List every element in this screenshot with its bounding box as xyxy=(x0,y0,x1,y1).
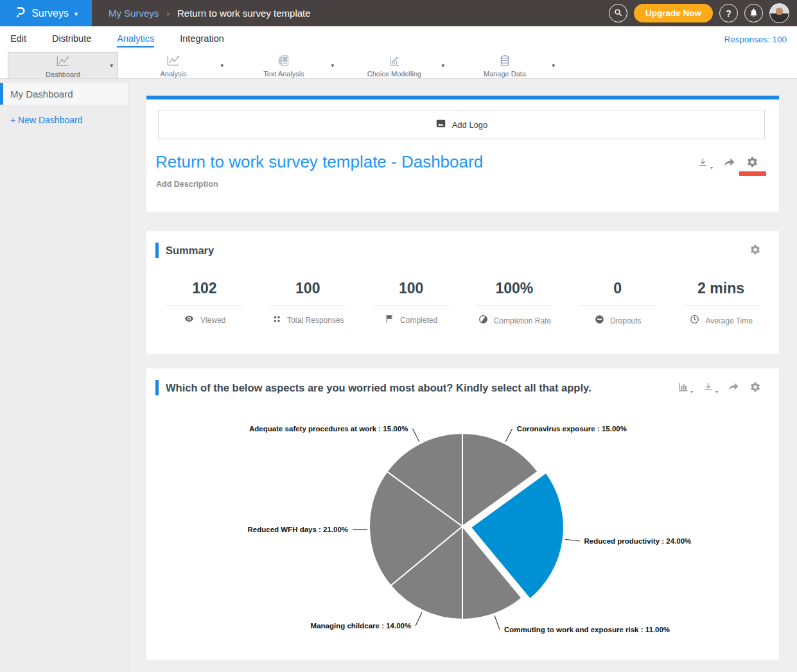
card-accent-bar xyxy=(155,243,159,258)
title-row: Return to work survey template - Dashboa… xyxy=(155,152,767,172)
chevron-down-icon: ▾ xyxy=(710,165,713,171)
sidebar-item-my-dashboard[interactable]: My Dashboard xyxy=(0,83,128,105)
add-logo-label: Add Logo xyxy=(452,120,488,130)
stat-divider xyxy=(269,306,346,306)
stat-completed: 100 Completed xyxy=(360,280,463,327)
gear-icon xyxy=(746,159,758,170)
product-switcher[interactable]: Surveys ▼ xyxy=(0,0,92,26)
breadcrumb-my-surveys[interactable]: My Surveys xyxy=(109,8,159,19)
download-button[interactable]: ▾ xyxy=(703,381,718,395)
stat-divider xyxy=(683,306,760,306)
question-title: Which of the below aspects are you worri… xyxy=(166,382,591,394)
stat-divider xyxy=(166,306,243,306)
stat-total-responses: 100 Total Responses xyxy=(256,280,360,327)
breadcrumb-current: Return to work survey template xyxy=(177,8,311,19)
app-window: Surveys ▼ My Surveys › Return to work su… xyxy=(0,0,797,672)
nav-item-analytics[interactable]: Analytics xyxy=(117,31,154,47)
scatter-chart-icon xyxy=(388,55,401,69)
share-button[interactable] xyxy=(728,381,740,395)
download-icon xyxy=(703,381,714,395)
line-chart-icon xyxy=(166,55,181,69)
nav-item-edit[interactable]: Edit xyxy=(10,31,26,47)
share-button[interactable] xyxy=(723,156,736,171)
pie-slice-label: Coronavirus exposure : 15.00% xyxy=(517,425,627,433)
summary-card-header: Summary xyxy=(146,231,779,258)
pie-chart: Coronavirus exposure : 15.00%Reduced pro… xyxy=(146,399,779,657)
summary-card: Summary 102 Viewed 100 xyxy=(146,231,779,354)
main-area: My Dashboard + New Dashboard Add Logo Re… xyxy=(0,79,797,672)
summary-stats: 102 Viewed 100 Total Responses 100 Compl… xyxy=(146,258,779,354)
toolbar-item-choice-modelling: Choice Modelling ▾ xyxy=(339,52,450,78)
dashboard-sidebar: My Dashboard + New Dashboard xyxy=(0,79,128,672)
pie-leader-line xyxy=(495,616,500,630)
stat-completion-rate: 100% Completion Rate xyxy=(462,280,566,327)
gear-highlight-bar xyxy=(739,171,766,176)
primary-nav: EditDistributeAnalyticsIntegration xyxy=(10,31,224,47)
product-label: Surveys xyxy=(31,8,69,19)
upgrade-now-button[interactable]: Upgrade Now xyxy=(634,4,713,22)
pie-leader-line xyxy=(412,429,419,442)
dashboard-content: Add Logo Return to work survey template … xyxy=(128,79,797,672)
dashboard-title[interactable]: Return to work survey template - Dashboa… xyxy=(155,152,483,172)
download-icon xyxy=(697,157,709,171)
gear-icon xyxy=(749,381,761,395)
chevron-down-icon[interactable]: ▾ xyxy=(331,62,334,69)
chevron-down-icon[interactable]: ▾ xyxy=(110,62,113,69)
nav-item-distribute[interactable]: Distribute xyxy=(52,31,91,47)
search-icon xyxy=(613,8,623,19)
summary-settings-button[interactable] xyxy=(749,244,761,257)
search-button[interactable] xyxy=(609,4,627,22)
help-button[interactable]: ? xyxy=(719,4,738,22)
survey-nav: EditDistributeAnalyticsIntegration Respo… xyxy=(0,26,797,52)
toolbar-item-text-analysis: Text Analysis ▾ xyxy=(229,52,339,78)
flag-icon xyxy=(385,314,395,327)
chevron-down-icon[interactable]: ▾ xyxy=(552,62,555,69)
topbar: Surveys ▼ My Surveys › Return to work su… xyxy=(0,0,797,26)
stat-divider xyxy=(372,306,450,306)
question-card-header: Which of the below aspects are you worri… xyxy=(146,368,779,395)
dashboard-actions: ▾ xyxy=(697,152,758,171)
toolbar-item-dashboard: Dashboard ▾ xyxy=(8,52,118,78)
line-chart-icon xyxy=(55,55,71,70)
topbar-actions: Upgrade Now ? xyxy=(609,3,797,23)
chevron-down-icon: ▼ xyxy=(73,11,79,17)
user-avatar[interactable] xyxy=(769,3,789,23)
toolbar-item-analysis: Analysis ▾ xyxy=(118,52,229,78)
chevron-down-icon[interactable]: ▾ xyxy=(220,62,223,69)
stat-divider xyxy=(476,306,553,306)
stat-average-time: 2 mins Average Time xyxy=(669,280,773,327)
responses-count: Responses: 100 xyxy=(724,35,787,44)
pie-slice-label: Reduced WFH days : 21.00% xyxy=(248,526,349,533)
share-icon xyxy=(728,381,740,395)
add-logo-button[interactable]: Add Logo xyxy=(158,110,765,139)
new-dashboard-button[interactable]: + New Dashboard xyxy=(10,115,128,125)
pie-slice-label: Adequate safety procedures at work : 15.… xyxy=(249,425,408,433)
database-icon xyxy=(498,55,511,69)
add-description-button[interactable]: Add Description xyxy=(156,180,767,189)
dashboard-settings-button[interactable] xyxy=(746,156,758,171)
download-button[interactable]: ▾ xyxy=(697,157,713,171)
eye-icon xyxy=(183,314,195,326)
breadcrumb: My Surveys › Return to work survey templ… xyxy=(109,8,311,19)
document-grid-icon xyxy=(277,55,290,69)
chevron-down-icon: ▾ xyxy=(690,389,693,395)
pie-leader-line xyxy=(416,612,422,626)
minus-circle-icon xyxy=(594,314,605,327)
analytics-toolbar: Dashboard ▾ Analysis ▾ Text Analysis ▾ C… xyxy=(0,52,797,79)
gear-icon xyxy=(749,244,761,257)
bell-icon xyxy=(749,8,758,19)
chart-type-button[interactable]: ▾ xyxy=(678,381,693,395)
nav-item-integration[interactable]: Integration xyxy=(180,31,224,47)
chevron-down-icon[interactable]: ▾ xyxy=(441,62,444,69)
pie-leader-line xyxy=(505,429,512,442)
question-settings-button[interactable] xyxy=(749,381,761,395)
pie-leader-line xyxy=(565,539,580,541)
clock-icon xyxy=(689,314,700,327)
dots-icon xyxy=(272,314,282,327)
half-circle-icon xyxy=(478,314,489,327)
breadcrumb-separator: › xyxy=(166,8,170,19)
pie-leader-line xyxy=(353,530,367,530)
questionpro-logo-icon xyxy=(13,5,27,22)
question-card: Which of the below aspects are you worri… xyxy=(146,368,779,660)
notifications-button[interactable] xyxy=(744,4,763,22)
